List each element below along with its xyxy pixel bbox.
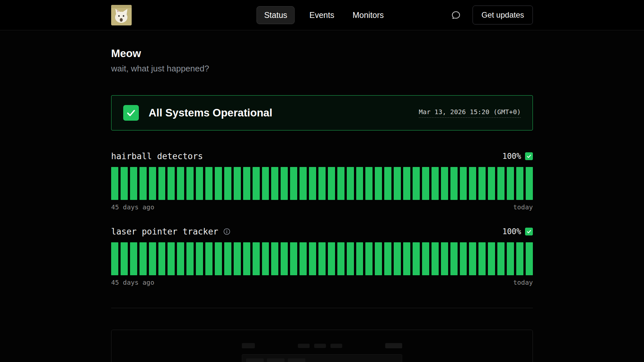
uptime-bar[interactable] [497,167,505,200]
uptime-bar[interactable] [384,242,391,275]
uptime-bar[interactable] [215,242,222,275]
uptime-bar[interactable] [168,167,175,200]
uptime-bar[interactable] [488,242,495,275]
uptime-bar[interactable] [130,167,137,200]
uptime-bar[interactable] [253,167,260,200]
uptime-bar[interactable] [488,167,495,200]
uptime-bar[interactable] [478,167,486,200]
uptime-bar[interactable] [516,167,523,200]
uptime-bar[interactable] [318,242,326,275]
uptime-bar[interactable] [271,167,278,200]
uptime-bar[interactable] [507,167,514,200]
uptime-bar[interactable] [177,242,184,275]
uptime-bar[interactable] [149,242,156,275]
info-icon[interactable] [223,228,231,235]
uptime-bar[interactable] [111,242,118,275]
chat-bubble-icon [451,10,461,20]
uptime-bar[interactable] [224,242,231,275]
uptime-bar[interactable] [111,167,118,200]
uptime-bar[interactable] [243,167,250,200]
uptime-bar[interactable] [309,242,316,275]
uptime-bar[interactable] [469,167,476,200]
uptime-bar[interactable] [356,242,363,275]
uptime-bar[interactable] [281,242,288,275]
uptime-bar[interactable] [243,242,250,275]
uptime-bar[interactable] [413,242,420,275]
uptime-bar[interactable] [526,242,533,275]
uptime-bar[interactable] [318,167,326,200]
uptime-bar[interactable] [196,242,203,275]
status-timestamp[interactable]: Mar 13, 2026 15:20 (GMT+0) [419,108,521,118]
uptime-bar[interactable] [328,167,335,200]
uptime-bar[interactable] [300,242,307,275]
uptime-bar[interactable] [394,167,401,200]
uptime-bar[interactable] [205,167,212,200]
uptime-bar[interactable] [497,242,505,275]
uptime-bar[interactable] [168,242,175,275]
uptime-bar[interactable] [337,242,344,275]
uptime-bar[interactable] [365,167,373,200]
uptime-bar[interactable] [158,242,166,275]
tab-monitors[interactable]: Monitors [349,6,388,24]
uptime-bar[interactable] [262,242,269,275]
uptime-bar[interactable] [215,167,222,200]
uptime-bar[interactable] [234,242,241,275]
uptime-bar[interactable] [328,242,335,275]
uptime-bar[interactable] [356,167,363,200]
uptime-bar[interactable] [121,167,128,200]
uptime-bar[interactable] [441,167,448,200]
uptime-bar[interactable] [149,167,156,200]
get-updates-button[interactable]: Get updates [473,6,533,24]
uptime-bar[interactable] [384,167,391,200]
uptime-bar[interactable] [309,167,316,200]
uptime-bar[interactable] [460,167,467,200]
uptime-bar[interactable] [394,242,401,275]
uptime-bar[interactable] [290,242,297,275]
uptime-bar[interactable] [139,242,147,275]
uptime-bar[interactable] [186,242,194,275]
uptime-bar[interactable] [281,167,288,200]
tab-events[interactable]: Events [306,6,338,24]
uptime-bar[interactable] [205,242,212,275]
uptime-bar[interactable] [478,242,486,275]
uptime-bar[interactable] [262,167,269,200]
uptime-bar[interactable] [234,167,241,200]
uptime-bar[interactable] [403,167,410,200]
check-icon-svg [525,152,533,160]
uptime-bar[interactable] [413,167,420,200]
uptime-bar[interactable] [365,242,373,275]
uptime-bar[interactable] [177,167,184,200]
uptime-bar[interactable] [300,167,307,200]
uptime-bar[interactable] [375,167,382,200]
uptime-bar[interactable] [139,167,147,200]
uptime-bar[interactable] [158,167,166,200]
cat-logo[interactable] [111,5,132,25]
uptime-bar[interactable] [121,242,128,275]
uptime-bar[interactable] [441,242,448,275]
uptime-bar[interactable] [271,242,278,275]
uptime-bar[interactable] [460,242,467,275]
chat-button[interactable] [451,10,461,20]
tab-status[interactable]: Status [256,6,295,24]
uptime-bar[interactable] [450,242,458,275]
uptime-bar[interactable] [432,242,439,275]
uptime-bar[interactable] [337,167,344,200]
uptime-bar[interactable] [507,242,514,275]
uptime-bar[interactable] [253,242,260,275]
uptime-bar[interactable] [422,167,429,200]
uptime-bar[interactable] [347,242,354,275]
uptime-bar[interactable] [347,167,354,200]
uptime-bar[interactable] [375,242,382,275]
uptime-bar[interactable] [224,167,231,200]
uptime-bar[interactable] [130,242,137,275]
uptime-bar[interactable] [526,167,533,200]
uptime-bar[interactable] [516,242,523,275]
uptime-bar[interactable] [196,167,203,200]
uptime-bar[interactable] [403,242,410,275]
uptime-bar[interactable] [422,242,429,275]
uptime-bar[interactable] [450,167,458,200]
uptime-bar[interactable] [469,242,476,275]
uptime-bar[interactable] [290,167,297,200]
uptime-bar[interactable] [432,167,439,200]
uptime-bar[interactable] [186,167,194,200]
